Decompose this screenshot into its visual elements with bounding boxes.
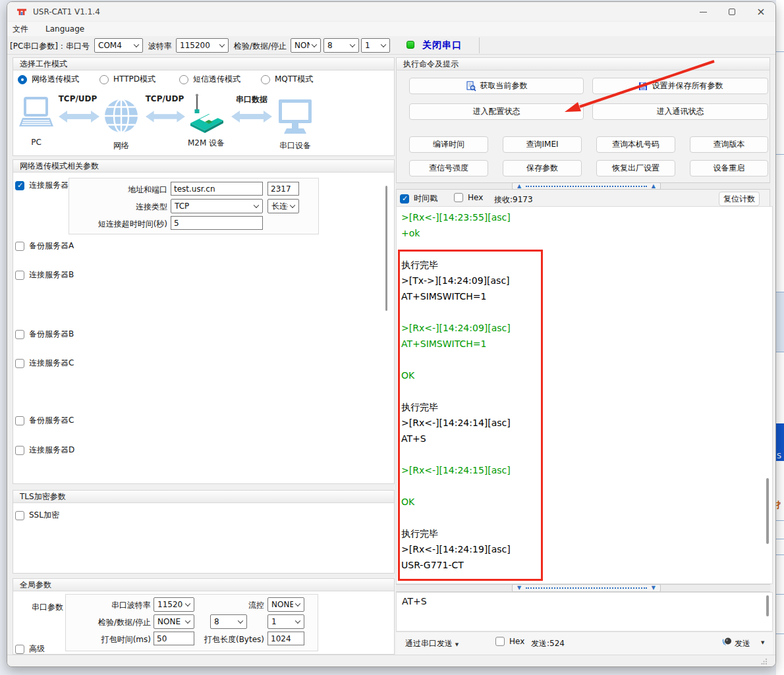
background-window-strip: S 扌: [776, 0, 784, 675]
log-line: >[Rx<-][14:24:15][asc]: [401, 462, 772, 478]
log-area[interactable]: >[Rx<-][14:23:55][asc]+ok执行完毕>[Tx->][14:…: [396, 206, 773, 584]
checkbox-icon: [400, 194, 409, 203]
close-port-button[interactable]: 关闭串口: [422, 40, 462, 51]
chevron-down-icon: [254, 202, 259, 207]
send-via-serial-dropdown[interactable]: 通过串口发送 ▼: [405, 638, 459, 649]
send-input-value: AT+S: [402, 596, 427, 607]
checkbox-icon: [15, 271, 24, 280]
checkbox-server-d[interactable]: 连接服务器D: [15, 445, 74, 456]
checkbox-timestamp[interactable]: 时间戳: [400, 193, 437, 204]
checkbox-icon: [15, 330, 24, 339]
checkbox-hex-send[interactable]: Hex: [495, 637, 524, 646]
window-title: USR-CAT1 V1.1.4: [33, 7, 100, 16]
chevron-down-icon: [219, 41, 225, 47]
keep-alive-select[interactable]: 长连接: [267, 199, 299, 213]
menu-language[interactable]: Language: [45, 24, 84, 34]
stopbits-select[interactable]: 1: [361, 38, 390, 53]
server-port-input[interactable]: [267, 182, 299, 196]
splitter-handle-top[interactable]: ▲ ▲: [512, 182, 661, 190]
radio-mqtt[interactable]: MQTT模式: [261, 74, 313, 85]
set-save-params-button[interactable]: 设置并保存所有参数: [592, 78, 768, 94]
bg-gridline: [776, 51, 784, 52]
chevron-down-icon: [295, 618, 300, 623]
node-label-pc: PC: [18, 138, 55, 147]
send-icon: [722, 636, 733, 647]
bg-selected-cell: S: [776, 423, 784, 461]
server-address-input[interactable]: [171, 182, 263, 196]
parity-label: 检验/数据/停止: [234, 41, 287, 52]
timeout-input[interactable]: [171, 216, 263, 230]
global-databits-select[interactable]: 8: [210, 614, 247, 629]
checkbox-hex-recv[interactable]: Hex: [454, 193, 483, 202]
send-options-chevron-icon[interactable]: ▼: [761, 640, 764, 645]
log-line: [401, 304, 772, 320]
node-label-network: 网络: [103, 140, 139, 151]
conn-type-select[interactable]: TCP: [171, 199, 263, 213]
checkbox-server-b[interactable]: 连接服务器B: [15, 269, 74, 281]
send-button[interactable]: 发送: [735, 638, 750, 649]
splitter-handle-bottom[interactable]: ▼ ▼: [512, 584, 661, 592]
search-document-icon: [466, 81, 476, 92]
minimize-button[interactable]: [688, 2, 717, 22]
short-conn-timeout-label: 短连接超时时间(秒): [70, 219, 167, 230]
node-label-m2m: M2M 设备: [179, 138, 234, 149]
log-line: OK: [401, 494, 772, 510]
baud-label: 波特率: [148, 41, 172, 52]
query-signal-button[interactable]: 查信号强度: [409, 160, 488, 176]
log-line: [401, 241, 772, 257]
serial-group-label: 串口参数: [32, 602, 63, 613]
radio-httpd[interactable]: HTTPD模式: [99, 74, 155, 85]
chevron-down-icon: [295, 601, 300, 606]
send-scrollbar[interactable]: [766, 595, 769, 616]
save-params-button[interactable]: 保存参数: [503, 160, 582, 176]
log-line: 执行完毕: [401, 526, 772, 541]
link-label-tcpudp-1: TCP/UDP: [55, 94, 101, 103]
recv-count: 接收:9173: [494, 194, 533, 205]
query-imei-button[interactable]: 查询IMEI: [503, 136, 582, 153]
flow-select[interactable]: NONE: [267, 597, 304, 612]
factory-reset-button[interactable]: 恢复出厂设置: [596, 160, 675, 176]
title-bar: USR-CAT1 V1.1.4 ×: [7, 2, 775, 22]
com-port-select[interactable]: COM4: [94, 38, 143, 53]
databits-select[interactable]: 8: [323, 38, 359, 53]
parity-select[interactable]: NONI: [291, 38, 321, 53]
tls-header: TLS加密参数: [13, 491, 394, 503]
menu-file[interactable]: 文件: [13, 24, 28, 35]
enter-config-button[interactable]: 进入配置状态: [409, 103, 584, 120]
close-button[interactable]: ×: [746, 2, 775, 22]
checkbox-server-c[interactable]: 连接服务器C: [15, 358, 74, 369]
reset-counter-button[interactable]: 复位计数: [719, 192, 760, 206]
global-parity-select[interactable]: NONE: [154, 614, 194, 629]
query-version-button[interactable]: 查询版本: [690, 136, 768, 153]
checkbox-backup-server-b[interactable]: 备份服务器B: [15, 329, 74, 340]
get-params-button[interactable]: 获取当前参数: [409, 78, 584, 94]
checkbox-advanced[interactable]: 高级: [15, 643, 45, 655]
chevron-down-icon: ▼: [455, 642, 459, 647]
resize-grip-icon[interactable]: [761, 658, 768, 664]
maximize-button[interactable]: [717, 2, 746, 22]
pack-len-input[interactable]: [267, 632, 304, 645]
global-stopbits-select[interactable]: 1: [267, 614, 304, 629]
double-arrow-icon: [59, 110, 99, 123]
send-input-area[interactable]: AT+S: [396, 592, 773, 632]
checkbox-icon: [15, 446, 24, 455]
radio-sms-passthrough[interactable]: 短信透传模式: [179, 74, 240, 85]
enter-comm-button[interactable]: 进入通讯状态: [592, 103, 768, 120]
checkbox-ssl[interactable]: SSL加密: [15, 510, 59, 521]
device-restart-button[interactable]: 设备重启: [690, 160, 768, 176]
radio-net-passthrough[interactable]: 网络透传模式: [18, 74, 79, 85]
checkbox-server-a[interactable]: 连接服务器A: [15, 180, 74, 191]
compile-time-button[interactable]: 编译时间: [409, 136, 488, 153]
query-phone-number-button[interactable]: 查询本机号码: [596, 136, 675, 153]
log-scrollbar[interactable]: [766, 478, 769, 544]
checkbox-backup-server-c[interactable]: 备份服务器C: [15, 415, 74, 426]
maximize-icon: [729, 9, 735, 15]
command-panel-header: 执行命令及提示: [397, 58, 770, 70]
baud-select[interactable]: 115200: [176, 38, 229, 53]
log-line: +ok: [401, 225, 772, 241]
left-panel-scrollbar[interactable]: [385, 186, 387, 311]
app-window: USR-CAT1 V1.1.4 × 文件 Language [PC串口参数]：串…: [7, 1, 776, 667]
log-line: AT+S: [401, 431, 772, 446]
checkbox-backup-server-a[interactable]: 备份服务器A: [15, 240, 74, 252]
conn-type-label: 连接类型: [70, 202, 167, 213]
